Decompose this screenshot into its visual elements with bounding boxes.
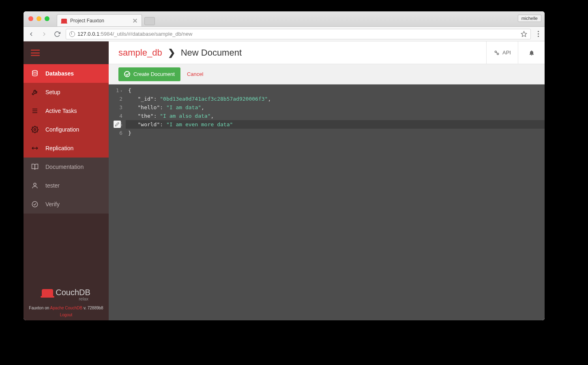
wrench-icon xyxy=(31,88,39,96)
main-panel: sample_db ❯ New Document API Create Doc xyxy=(109,41,545,320)
fauxton-app: Databases Setup Active Tasks Configurati… xyxy=(24,41,545,320)
window-controls xyxy=(28,16,49,21)
sidebar-item-label: Setup xyxy=(45,89,60,95)
check-circle-icon xyxy=(31,200,39,208)
breadcrumb-page: New Document xyxy=(181,48,242,58)
browser-tabstrip: Project Fauxton michelle xyxy=(24,11,545,27)
back-button[interactable] xyxy=(27,30,36,39)
maximize-window-button[interactable] xyxy=(45,16,49,21)
edit-line-icon[interactable] xyxy=(114,121,121,128)
book-icon xyxy=(31,163,39,171)
gear-icon xyxy=(31,125,39,134)
minimize-window-button[interactable] xyxy=(36,16,41,21)
json-editor[interactable]: 1▾ 2 3 4 5 6 { "_id": "0bd13ea0d741acf3c… xyxy=(109,84,545,320)
replication-icon xyxy=(31,144,39,152)
forward-button[interactable] xyxy=(40,30,49,39)
create-document-button[interactable]: Create Document xyxy=(118,67,180,81)
sidebar-item-configuration[interactable]: Configuration xyxy=(24,120,109,139)
svg-line-10 xyxy=(496,52,498,53)
sidebar-item-label: Configuration xyxy=(45,126,79,133)
site-info-icon[interactable] xyxy=(69,31,75,37)
cancel-button[interactable]: Cancel xyxy=(187,71,203,77)
tab-title: Project Fauxton xyxy=(70,18,104,24)
sidebar-item-setup[interactable]: Setup xyxy=(24,83,109,102)
database-icon xyxy=(31,69,39,78)
tasks-icon xyxy=(31,107,39,115)
sidebar-item-verify[interactable]: Verify xyxy=(24,195,109,214)
action-toolbar: Create Document Cancel xyxy=(109,64,545,84)
sidebar-item-label: Active Tasks xyxy=(45,108,77,114)
brand-text: CouchDB xyxy=(56,288,90,297)
notifications-button[interactable] xyxy=(518,41,545,64)
sidebar-item-label: Databases xyxy=(45,70,74,77)
api-button[interactable]: API xyxy=(486,41,518,64)
new-tab-button[interactable] xyxy=(144,17,155,25)
bookmark-star-icon[interactable] xyxy=(521,31,527,37)
svg-point-6 xyxy=(34,183,36,186)
sidebar-toggle-row xyxy=(24,41,109,64)
sidebar-item-documentation[interactable]: Documentation xyxy=(24,158,109,176)
couchdb-favicon-icon xyxy=(61,19,67,23)
reload-button[interactable] xyxy=(53,30,62,39)
sidebar: Databases Setup Active Tasks Configurati… xyxy=(24,41,109,320)
sidebar-item-replication[interactable]: Replication xyxy=(24,139,109,158)
hamburger-icon[interactable] xyxy=(31,50,40,56)
sidebar-item-label: Verify xyxy=(45,201,60,207)
sidebar-item-user[interactable]: tester xyxy=(24,176,109,195)
brand-block: CouchDB relax xyxy=(24,285,109,303)
sidebar-item-label: tester xyxy=(45,182,60,189)
svg-point-5 xyxy=(34,129,36,131)
check-icon xyxy=(124,71,130,77)
sidebar-item-label: Documentation xyxy=(45,164,84,170)
logout-link[interactable]: Logout xyxy=(24,313,109,320)
breadcrumb-header: sample_db ❯ New Document API xyxy=(109,41,545,64)
svg-marker-0 xyxy=(521,31,526,37)
chevron-right-icon: ❯ xyxy=(168,48,175,58)
sidebar-item-databases[interactable]: Databases xyxy=(24,64,109,83)
user-icon xyxy=(31,181,39,190)
footer-version: Fauxton on Apache CouchDB v. 72889b8 xyxy=(24,303,109,313)
sidebar-item-active-tasks[interactable]: Active Tasks xyxy=(24,102,109,120)
couchdb-logo-icon xyxy=(42,289,53,296)
svg-point-1 xyxy=(32,71,37,73)
close-tab-icon[interactable] xyxy=(133,18,137,23)
browser-tab[interactable]: Project Fauxton xyxy=(57,14,142,26)
browser-toolbar: 127.0.0.1:5984/_utils/#/database/sample_… xyxy=(24,27,545,41)
browser-profile-badge[interactable]: michelle xyxy=(518,15,541,22)
apache-link[interactable]: Apache CouchDB xyxy=(50,306,83,310)
browser-window: Project Fauxton michelle 127.0.0.1:5984/… xyxy=(24,11,545,320)
code-area[interactable]: { "_id": "0bd13ea0d741acf3c28b57ad920006… xyxy=(126,84,545,320)
svg-point-7 xyxy=(32,201,38,207)
address-bar[interactable]: 127.0.0.1:5984/_utils/#/database/sample_… xyxy=(66,29,531,39)
close-window-button[interactable] xyxy=(28,16,33,21)
sidebar-item-label: Replication xyxy=(45,145,73,151)
line-gutter: 1▾ 2 3 4 5 6 xyxy=(109,84,126,320)
breadcrumb-database[interactable]: sample_db xyxy=(118,48,162,58)
browser-menu-button[interactable] xyxy=(535,31,541,37)
url-text: 127.0.0.1:5984/_utils/#/database/sample_… xyxy=(77,31,192,37)
